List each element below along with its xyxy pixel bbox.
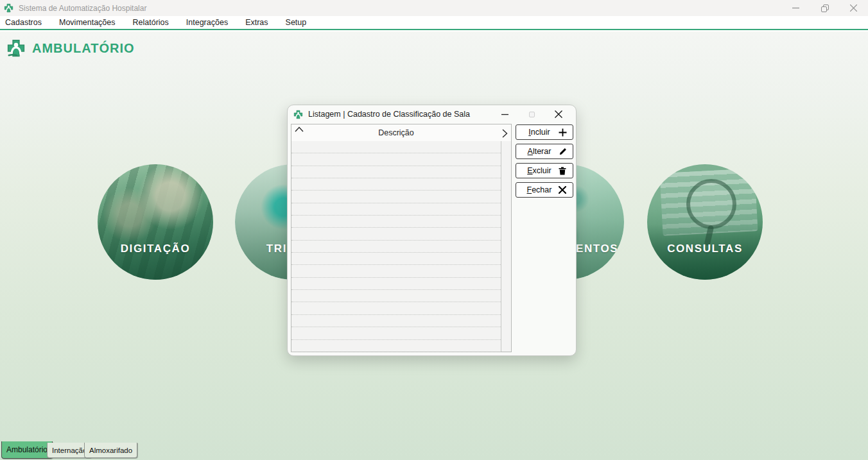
close-icon [559, 186, 573, 194]
module-label: TRI [266, 243, 287, 255]
incluir-button[interactable]: Incluir [516, 124, 573, 140]
list-row[interactable] [291, 203, 501, 216]
window-title: Sistema de Automatização Hospitalar [19, 4, 146, 13]
menu-item-movimentacoes[interactable]: Movimentações [59, 18, 116, 27]
menu-item-setup[interactable]: Setup [286, 18, 307, 27]
list-row[interactable] [291, 216, 501, 228]
tab-ambulatorio[interactable]: Ambulatório [1, 441, 53, 459]
list-row[interactable] [291, 141, 501, 153]
tab-almoxarifado[interactable]: Almoxarifado [84, 443, 137, 458]
minimize-icon[interactable] [781, 0, 810, 16]
list-row[interactable] [291, 278, 501, 290]
brand: AMBULATÓRIO [6, 38, 135, 58]
list-row[interactable] [291, 228, 501, 240]
dialog-maximize-icon[interactable] [518, 105, 545, 123]
excluir-button[interactable]: Excluir [516, 163, 573, 178]
trash-icon [559, 167, 573, 175]
window-titlebar: Sistema de Automatização Hospitalar [0, 0, 868, 16]
dialog-title: Listagem | Cadastro de Classificação de … [308, 110, 470, 119]
dialog-minimize-icon[interactable] [491, 105, 518, 123]
magnifier-icon [647, 164, 763, 280]
app-logo-icon [4, 3, 13, 13]
menu-item-extras[interactable]: Extras [245, 18, 268, 27]
list-header: Descrição [291, 124, 511, 141]
alterar-button[interactable]: Alterar [516, 144, 573, 159]
module-label: ENTOS [576, 243, 618, 255]
menu-item-cadastros[interactable]: Cadastros [5, 18, 42, 27]
menu-bar: Cadastros Movimentações Relatórios Integ… [0, 16, 868, 30]
column-header-descricao[interactable]: Descrição [291, 128, 501, 137]
plus-icon [559, 128, 573, 137]
module-consultas[interactable]: CONSULTAS [647, 164, 763, 280]
app-window: Sistema de Automatização Hospitalar Cada… [0, 0, 868, 460]
page-title: AMBULATÓRIO [32, 41, 135, 56]
dialog-logo-icon [293, 110, 303, 119]
list-row[interactable] [291, 302, 501, 314]
chevron-right-icon[interactable] [502, 129, 508, 138]
fechar-button[interactable]: Fechar [516, 182, 573, 198]
restore-icon[interactable] [810, 0, 839, 16]
classification-list: Descrição [291, 124, 512, 352]
column-divider [501, 141, 501, 352]
list-row[interactable] [291, 241, 501, 253]
module-label: CONSULTAS [647, 243, 763, 255]
list-row[interactable] [291, 265, 501, 277]
list-row[interactable] [291, 253, 501, 265]
list-row[interactable] [291, 327, 501, 339]
list-row[interactable] [291, 153, 501, 166]
menu-item-integracoes[interactable]: Integrações [186, 18, 228, 27]
close-icon[interactable] [839, 0, 868, 16]
dialog-classificacao-sala: Listagem | Cadastro de Classificação de … [287, 105, 577, 356]
dialog-titlebar[interactable]: Listagem | Cadastro de Classificação de … [288, 105, 576, 123]
list-row[interactable] [291, 290, 501, 302]
module-digitacao[interactable]: DIGITAÇÃO [98, 164, 213, 280]
list-row[interactable] [291, 166, 501, 178]
pencil-icon [559, 148, 573, 156]
list-row[interactable] [291, 315, 501, 327]
module-label: DIGITAÇÃO [98, 243, 213, 255]
brand-logo-icon [6, 38, 26, 58]
desktop: AMBULATÓRIO DIGITAÇÃO TRI ENTOS CONSULTA… [0, 31, 868, 460]
list-row[interactable] [291, 340, 501, 352]
list-row[interactable] [291, 191, 501, 203]
list-body [291, 141, 501, 352]
menu-item-relatorios[interactable]: Relatórios [133, 18, 169, 27]
list-row[interactable] [291, 178, 501, 191]
dialog-close-icon[interactable] [545, 105, 572, 123]
